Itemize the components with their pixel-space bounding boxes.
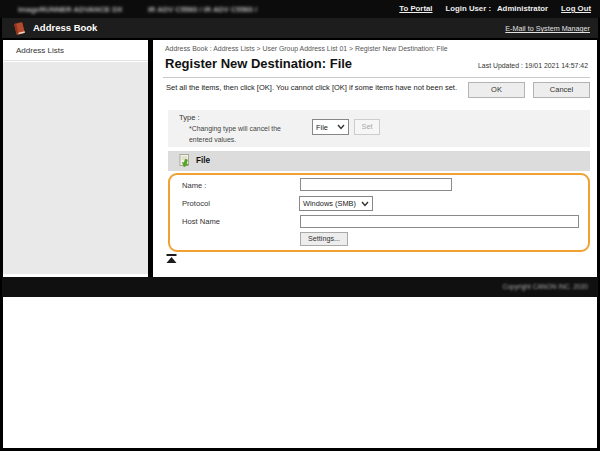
- type-select-value: File: [316, 123, 328, 132]
- app-title: Address Book: [33, 18, 97, 38]
- chevron-down-icon: [361, 201, 369, 207]
- file-destination-icon: [176, 153, 192, 169]
- scroll-to-top-icon[interactable]: [166, 254, 177, 263]
- login-user-label: Login User :: [446, 4, 491, 13]
- type-note: *Changing type will cancel the entered v…: [189, 123, 301, 145]
- footer-bar: Copyright CANON INC. 2020: [2, 277, 598, 297]
- title-divider: [163, 77, 590, 78]
- chevron-down-icon: [337, 124, 345, 130]
- protocol-select[interactable]: Windows (SMB): [299, 196, 373, 211]
- file-section-title: File: [196, 151, 210, 171]
- email-system-manager-link[interactable]: E-Mail to System Manager: [505, 24, 590, 33]
- protocol-select-value: Windows (SMB): [303, 199, 356, 208]
- set-button[interactable]: Set: [354, 119, 380, 135]
- name-label: Name :: [182, 181, 206, 190]
- instruction-text: Set all the items, then click [OK]. You …: [166, 82, 466, 94]
- blank-area: [3, 297, 597, 448]
- host-name-label: Host Name: [182, 217, 220, 226]
- file-fields-group: Name : Protocol Windows (SMB) Host Name …: [168, 173, 590, 252]
- type-label: Type :: [179, 113, 200, 122]
- top-bar: imageRUNNER ADVANCE DX iR ADV C5560 / iR…: [0, 0, 600, 18]
- main-panel: Address Book : Address Lists > User Grou…: [153, 40, 597, 277]
- app-header: Address Book E-Mail to System Manager: [2, 18, 598, 38]
- last-updated-text: Last Updated : 19/01 2021 14:57:42: [478, 62, 588, 69]
- settings-button[interactable]: Settings...: [300, 232, 348, 246]
- ok-button[interactable]: OK: [468, 82, 525, 98]
- login-user-name: Administrator: [497, 4, 548, 13]
- file-section-header: File: [168, 151, 590, 171]
- page-title: Register New Destination: File: [165, 56, 352, 71]
- topbar-links: To Portal Login User : Administrator Log…: [399, 4, 591, 13]
- to-portal-link[interactable]: To Portal: [399, 4, 432, 13]
- sidebar-item-address-lists[interactable]: Address Lists: [3, 40, 148, 61]
- cancel-button[interactable]: Cancel: [533, 82, 590, 98]
- breadcrumb[interactable]: Address Book : Address Lists > User Grou…: [165, 45, 448, 52]
- type-select[interactable]: File: [312, 119, 349, 135]
- host-name-input[interactable]: [300, 215, 579, 228]
- copyright-text: Copyright CANON INC. 2020: [503, 283, 588, 290]
- remote-ui-page: imageRUNNER ADVANCE DX iR ADV C5560 / iR…: [0, 0, 600, 451]
- log-out-link[interactable]: Log Out: [561, 4, 591, 13]
- login-user-group: Login User : Administrator: [446, 4, 549, 13]
- address-book-icon: [12, 21, 27, 36]
- device-model-text: imageRUNNER ADVANCE DX: [18, 5, 123, 14]
- device-name-text: iR ADV C5560 / iR ADV C5560 /: [148, 5, 257, 14]
- protocol-label: Protocol: [182, 199, 210, 208]
- name-input[interactable]: [300, 178, 452, 191]
- type-section: Type : *Changing type will cancel the en…: [168, 110, 590, 147]
- sidebar: Address Lists: [3, 40, 148, 277]
- sidebar-background: [3, 62, 148, 274]
